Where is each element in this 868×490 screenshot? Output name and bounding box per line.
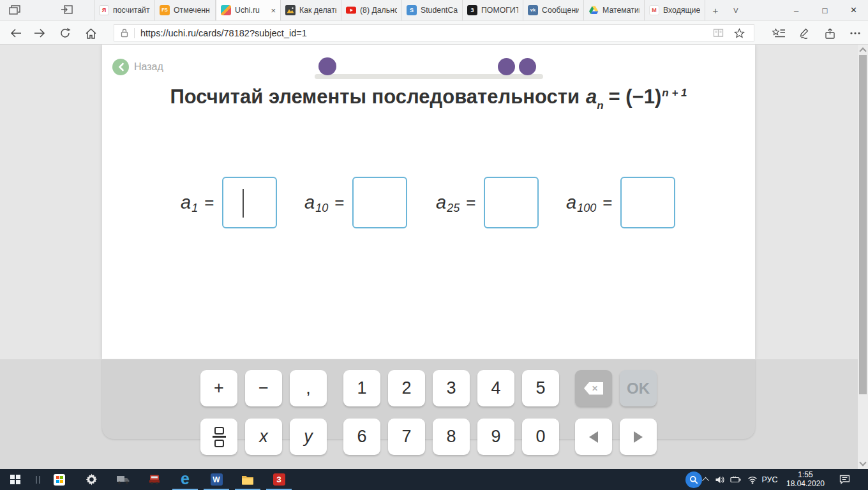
formula-superscript: n + 1: [662, 87, 687, 100]
fraction-icon: [213, 427, 226, 447]
more-options-icon[interactable]: [848, 26, 863, 40]
tab-отмеченн[interactable]: FSОтмеченн: [155, 0, 216, 20]
taskbar-edge-icon[interactable]: e: [176, 469, 195, 490]
taskbar-red-truck-game-icon[interactable]: [145, 469, 164, 490]
tray-battery-icon[interactable]: [728, 469, 744, 490]
answer-input-a100[interactable]: [620, 177, 675, 228]
key-arrow-left[interactable]: [575, 419, 612, 455]
key-2[interactable]: 2: [388, 370, 425, 406]
tray-clock[interactable]: 1:5518.04.2020: [780, 469, 831, 490]
address-separator: [134, 28, 135, 38]
tab-помогит[interactable]: 3ПОМОГИТ: [463, 0, 523, 20]
tab-как-делать[interactable]: Как делать: [281, 0, 341, 20]
back-chevron-icon: [112, 59, 129, 75]
tab-посчитайт[interactable]: Япосчитайт: [94, 0, 155, 20]
web-notes-pen-icon[interactable]: [797, 26, 812, 40]
taskbar-truck-game-icon[interactable]: [114, 469, 133, 490]
taskbar-file-explorer-icon[interactable]: [238, 469, 257, 490]
window-maximize-button[interactable]: □: [811, 0, 839, 20]
action-center-icon[interactable]: [835, 469, 854, 490]
back-button[interactable]: Назад: [112, 59, 163, 75]
page-viewport: Назад Посчитай элементы последовательнос…: [0, 45, 868, 469]
tray-hidden-icons-chevron[interactable]: [701, 469, 712, 490]
key-y[interactable]: y: [290, 419, 327, 455]
tray-time: 1:55: [786, 471, 825, 480]
url-text[interactable]: https://uchi.ru/cards/78182?subject_id=1: [140, 28, 713, 38]
tab-label: Отмеченн: [174, 6, 211, 15]
taskbar-settings-gear-icon[interactable]: [82, 469, 101, 490]
home-icon[interactable]: [83, 26, 98, 40]
key-3[interactable]: 3: [433, 370, 470, 406]
page-scrollbar[interactable]: [858, 45, 868, 469]
task-view-icon[interactable]: [31, 469, 45, 490]
tabs-set-aside-icon[interactable]: [61, 4, 73, 18]
tray-language-indicator[interactable]: РУС: [760, 469, 780, 490]
text-caret: [243, 189, 244, 218]
key-−[interactable]: −: [245, 370, 282, 406]
tab--8-дально[interactable]: (8) Дально: [341, 0, 402, 20]
tab-label: StudentCal: [421, 6, 458, 15]
key-1[interactable]: 1: [343, 370, 380, 406]
answer-label: a1=: [181, 192, 222, 213]
tab-сообщени[interactable]: vkСообщени: [523, 0, 584, 20]
scroll-up-icon[interactable]: [859, 47, 866, 54]
key-7[interactable]: 7: [388, 419, 425, 455]
image-icon: [285, 5, 296, 15]
key-+[interactable]: +: [200, 370, 237, 406]
answer-input-a25[interactable]: [484, 177, 539, 228]
gdrive-icon: [588, 5, 599, 15]
add-favorite-star-icon[interactable]: [734, 28, 745, 38]
tray-volume-icon[interactable]: [712, 469, 728, 490]
address-field[interactable]: https://uchi.ru/cards/78182?subject_id=1: [114, 24, 754, 41]
youtube-icon: [346, 5, 356, 15]
answer-input-a1[interactable]: [222, 177, 277, 228]
key-arrow-right[interactable]: [620, 419, 657, 455]
answer-label: a10=: [304, 192, 352, 213]
tab-list-dropdown[interactable]: ˅: [726, 0, 746, 20]
key-4[interactable]: 4: [477, 370, 514, 406]
tray-wifi-icon[interactable]: [744, 469, 761, 490]
forward-nav-icon[interactable]: [32, 26, 47, 40]
share-icon[interactable]: [822, 26, 837, 40]
formula-base: a: [586, 85, 597, 108]
new-tab-button[interactable]: +: [705, 0, 726, 20]
key-5[interactable]: 5: [522, 370, 559, 406]
key-8[interactable]: 8: [433, 419, 470, 455]
answer-input-a10[interactable]: [352, 177, 407, 228]
tab-studentcal[interactable]: SStudentCal: [402, 0, 463, 20]
formula-equation: = (−1): [609, 85, 662, 108]
tab-label: посчитайт: [113, 6, 150, 15]
key-x[interactable]: x: [245, 419, 282, 455]
taskbar-store-icon[interactable]: [50, 469, 69, 490]
exercise-title: Посчитай элементы последовательностиan= …: [102, 85, 755, 108]
refresh-icon[interactable]: [57, 26, 73, 40]
key-6[interactable]: 6: [343, 419, 380, 455]
taskbar-zona-icon[interactable]: З: [269, 469, 288, 490]
back-nav-icon[interactable]: [8, 26, 23, 40]
answer-group-a10: a10=: [304, 177, 407, 228]
tab-математик[interactable]: Математик: [584, 0, 645, 20]
favorites-list-icon[interactable]: [771, 26, 786, 40]
answer-label: a100=: [566, 192, 620, 213]
window-minimize-button[interactable]: –: [782, 0, 811, 20]
scroll-down-icon[interactable]: [859, 459, 866, 466]
tab-входящие[interactable]: MВходящие: [645, 0, 705, 20]
tab-strip: ЯпосчитайтFSОтмеченнUchi.ru×Как делать(8…: [94, 0, 705, 20]
key-,[interactable]: ,: [290, 370, 327, 406]
key-backspace[interactable]: ✕: [575, 370, 612, 406]
progress-dot: [519, 58, 536, 75]
window-close-button[interactable]: ×: [839, 0, 868, 20]
tab-preview-icon[interactable]: [9, 4, 21, 18]
taskbar-word-icon[interactable]: W: [207, 469, 226, 490]
key-ok[interactable]: OK: [620, 370, 657, 406]
start-button[interactable]: [5, 469, 26, 490]
tab-label: Математик: [602, 6, 640, 15]
tab-uchi.ru[interactable]: Uchi.ru×: [216, 0, 281, 20]
scrollbar-thumb[interactable]: [859, 55, 867, 394]
key-0[interactable]: 0: [522, 419, 559, 455]
key-9[interactable]: 9: [477, 419, 514, 455]
key-fraction[interactable]: [200, 419, 237, 455]
reading-view-icon[interactable]: [713, 28, 725, 38]
tab-close-icon[interactable]: ×: [271, 6, 276, 15]
answer-group-a100: a100=: [566, 177, 675, 228]
